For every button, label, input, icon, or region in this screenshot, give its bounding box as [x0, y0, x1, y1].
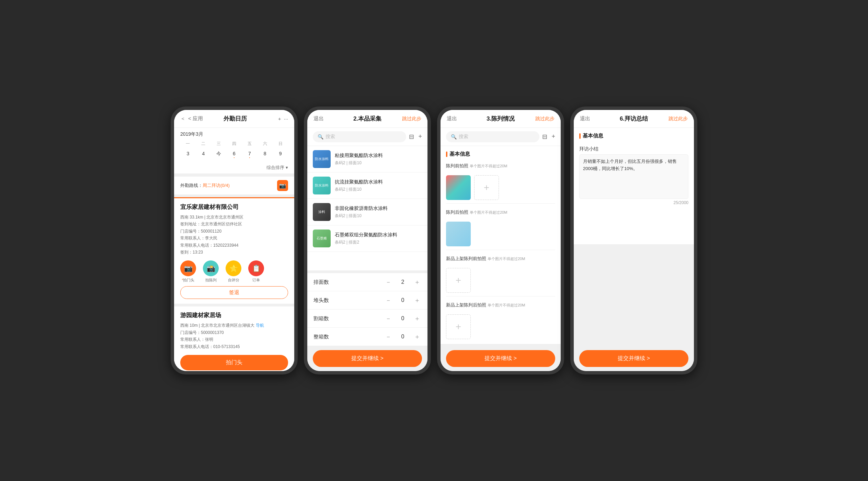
summary-skip-button[interactable]: 跳过此步: [667, 116, 688, 122]
exit-label: 退出: [313, 115, 324, 122]
order-icon: 📋: [248, 260, 264, 276]
product-page-title: 2.本品采集: [353, 115, 381, 123]
sort-button[interactable]: 综合排序 ▾: [266, 165, 288, 171]
visit-summary-content-box: 月销量不如上个月好，但比五月份强很多，销售2000桶，同比增长了10%。: [579, 154, 688, 199]
product-name-3: 非固化橡胶沥青防水涂料: [335, 205, 388, 212]
weekday-thu: 四: [227, 141, 242, 147]
product-meta-1: 条码2 | 排面10: [335, 160, 383, 166]
product-info-3: 非固化橡胶沥青防水涂料 条码2 | 排面10: [335, 205, 388, 219]
display-exit-button[interactable]: 退出: [447, 115, 467, 122]
store-1-address: 签到地址：北京市通州区侣伴社区: [180, 221, 288, 227]
zhengxiang-plus[interactable]: ＋: [413, 333, 421, 341]
photo-divider-3: [446, 296, 555, 297]
phone-3: 退出 3.陈列情况 跳过此步 🔍 搜索 ⊟ +: [437, 107, 564, 374]
display-screen: 退出 3.陈列情况 跳过此步 🔍 搜索 ⊟ +: [441, 110, 561, 371]
cal-day-today[interactable]: 今: [211, 149, 227, 159]
action-order[interactable]: 📋 订单: [248, 260, 264, 283]
visit-summary-section: 拜访小结 月销量不如上个月好，但比五月份强很多，销售2000桶，同比增长了10%…: [574, 143, 694, 244]
new-after-photo-label: 新品上架陈列后拍照: [446, 302, 486, 308]
route-bar: 外勤路线：周二拜访(0/4) 📷: [174, 177, 294, 194]
new-after-photo-add[interactable]: +: [446, 314, 471, 339]
product-submit-button[interactable]: 提交并继续 >: [313, 350, 422, 367]
gexiang-minus[interactable]: －: [384, 314, 392, 323]
summary-submit-button[interactable]: 提交并继续 >: [579, 350, 688, 367]
zhengxiang-minus[interactable]: －: [384, 333, 392, 341]
route-label: 外勤路线：周二拜访(0/4): [180, 182, 230, 189]
duitou-controls: － 0 ＋: [384, 296, 421, 304]
product-info-4: 石墨烯双组分聚氨酯防水涂料 条码2 | 排面2: [335, 232, 397, 245]
product-item-2[interactable]: 防水涂料 抗流挂聚氨酯防水涂料 条码2 | 排面10: [307, 172, 427, 199]
camera-button[interactable]: 📷: [277, 180, 288, 191]
product-item-1[interactable]: 防水涂料 粘接用聚氨酯防水涂料 条码2 | 排面10: [307, 146, 427, 172]
gexiang-plus[interactable]: ＋: [413, 314, 421, 323]
action-photo-display[interactable]: 📸 拍陈列: [203, 260, 219, 283]
exit-button[interactable]: 退出: [313, 115, 334, 122]
display-section-title: 基本信息: [449, 151, 470, 157]
take-photo-button[interactable]: 拍门头: [180, 355, 288, 370]
nav-link[interactable]: 导航: [256, 323, 264, 328]
sign-out-button[interactable]: 签退: [180, 286, 288, 299]
page-title: 外勤日历: [224, 115, 247, 123]
search-input-wrap[interactable]: 🔍 搜索: [313, 131, 406, 142]
cal-day-6[interactable]: 6: [227, 149, 242, 159]
product-item-4[interactable]: 石墨烯 石墨烯双组分聚氨酯防水涂料 条码2 | 排面2: [307, 225, 427, 252]
display-scan-icon[interactable]: ⊟: [542, 133, 547, 141]
paifan-minus[interactable]: －: [384, 278, 392, 286]
cal-day-8[interactable]: 8: [257, 149, 273, 159]
paifan-controls: － 2 ＋: [384, 278, 421, 286]
store-1-code: 门店编号：500001120: [180, 228, 288, 235]
more-icon[interactable]: ···: [284, 116, 288, 122]
new-before-photo-add[interactable]: +: [446, 268, 471, 293]
display-submit-button[interactable]: 提交并继续 >: [446, 350, 555, 367]
calendar-days: 3 4 今 6 7 8 9: [180, 149, 288, 159]
display-search-input[interactable]: 🔍 搜索: [446, 131, 539, 142]
display-add-icon[interactable]: +: [551, 133, 555, 141]
weekday-headers: 一 二 三 四 五 六 日: [180, 141, 288, 147]
self-score-icon: ⭐: [226, 260, 241, 276]
display-search-bar: 🔍 搜索 ⊟ +: [441, 128, 561, 146]
add-product-icon[interactable]: +: [418, 133, 422, 141]
new-before-photo-grid: +: [446, 268, 555, 293]
summary-orange-bar-icon: [579, 133, 581, 139]
cal-day-9[interactable]: 9: [273, 149, 288, 159]
photo-display-icon: 📸: [203, 260, 219, 276]
photo-display-label: 拍陈列: [205, 278, 217, 283]
after-photo-section: 陈列后拍照 单个图片不得超过20M: [446, 207, 555, 246]
summary-exit-button[interactable]: 退出: [580, 115, 601, 122]
product-item-3[interactable]: 涂料 非固化橡胶沥青防水涂料 条码2 | 排面10: [307, 199, 427, 225]
action-photo-door[interactable]: 📷 *拍门头: [180, 260, 196, 283]
skip-step-button[interactable]: 跳过此步: [401, 116, 421, 122]
phones-container: ＜ < 应用 外勤日历 + ··· 2019年3月 一 二: [171, 107, 697, 374]
search-actions: ⊟ +: [409, 133, 422, 141]
store-1-name: 宜乐家居建材有限公司: [180, 203, 288, 211]
back-button[interactable]: ＜ < 应用: [180, 115, 203, 122]
gexiang-value: 0: [399, 315, 406, 322]
duitou-plus[interactable]: ＋: [413, 296, 421, 304]
add-icon[interactable]: +: [278, 116, 281, 122]
cal-day-7[interactable]: 7: [242, 149, 257, 159]
weekday-sat: 六: [257, 141, 273, 147]
cal-day-3[interactable]: 3: [180, 149, 196, 159]
after-photo-thumb: [446, 222, 471, 246]
zhengxiang-controls: － 0 ＋: [384, 333, 421, 341]
summary-header: 退出 6.拜访总结 跳过此步: [574, 110, 694, 128]
display-skip-button[interactable]: 跳过此步: [534, 116, 555, 122]
before-photo-section: 陈列前拍照 单个图片不得超过20M +: [446, 161, 555, 200]
product-img-2-inner: 防水涂料: [313, 177, 331, 194]
weekday-mon: 一: [180, 141, 196, 147]
counter-section: 排面数 － 2 ＋ 堆头数 － 0 ＋: [307, 273, 427, 346]
photo-door-icon: 📷: [180, 260, 196, 276]
phone-2-screen: 退出 2.本品采集 跳过此步 🔍 搜索 ⊟ +: [307, 110, 427, 371]
store-2-contact: 常用联系人：张明: [180, 336, 288, 343]
action-self-score[interactable]: ⭐ 自评分: [226, 260, 241, 283]
store-1-signtime: 签到：13:23: [180, 249, 288, 256]
scan-icon[interactable]: ⊟: [409, 133, 414, 141]
store-2-phone: 常用联系人电话：010-57133145: [180, 343, 288, 350]
before-photo-add[interactable]: +: [474, 175, 499, 200]
cal-day-4[interactable]: 4: [196, 149, 211, 159]
weekday-fri: 五: [242, 141, 257, 147]
paifan-plus[interactable]: ＋: [413, 278, 421, 286]
duitou-minus[interactable]: －: [384, 296, 392, 304]
calendar-grid: 一 二 三 四 五 六 日 3 4 今 6 7 8: [174, 139, 294, 163]
new-before-photo-label: 新品上架陈列前拍照: [446, 256, 486, 262]
